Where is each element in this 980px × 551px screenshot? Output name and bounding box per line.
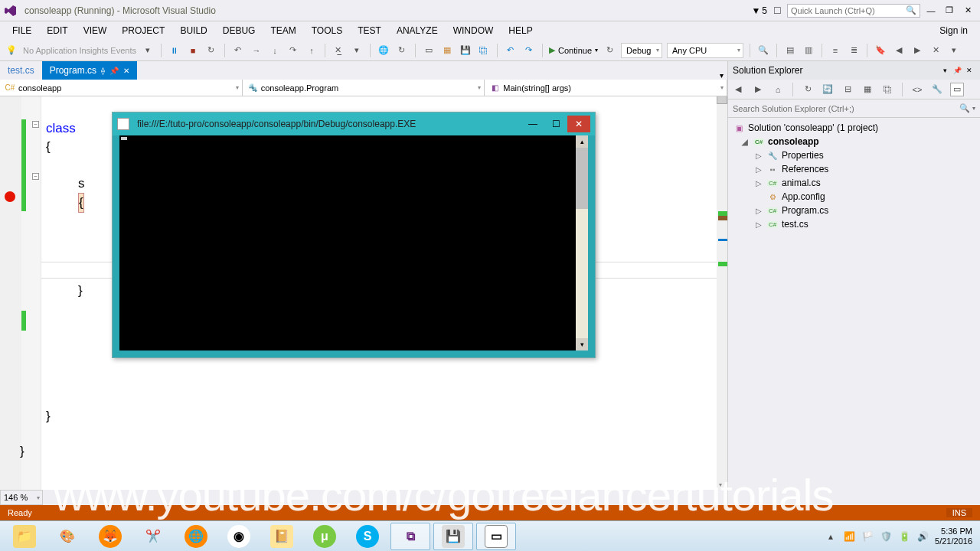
expand-icon[interactable]: ▷ bbox=[756, 165, 763, 174]
tray-flag-icon[interactable]: 🏳️ bbox=[861, 530, 874, 543]
task-notes[interactable]: 📔 bbox=[262, 523, 302, 550]
tray-up-icon[interactable]: ▴ bbox=[825, 530, 837, 543]
se-back-icon[interactable]: ◀ bbox=[731, 83, 745, 96]
redo-icon[interactable]: ↷ bbox=[522, 44, 536, 57]
prev-bookmark-icon[interactable]: ◀ bbox=[892, 44, 906, 57]
menu-build[interactable]: BUILD bbox=[172, 25, 214, 36]
step-into-icon[interactable]: ↓ bbox=[268, 44, 282, 57]
outdent-icon[interactable]: ≡ bbox=[828, 44, 842, 57]
step-icon[interactable]: → bbox=[250, 44, 263, 57]
continue-button[interactable]: ▶ Continue ▾ bbox=[549, 45, 598, 55]
se-fwd-icon[interactable]: ▶ bbox=[751, 83, 765, 96]
splitter-icon[interactable] bbox=[717, 96, 727, 104]
console-minimize-button[interactable]: — bbox=[521, 116, 544, 132]
platform-dropdown[interactable]: Any CPU bbox=[667, 43, 743, 58]
stop-button[interactable]: ■ bbox=[186, 44, 200, 57]
fold-icon[interactable]: − bbox=[32, 173, 39, 180]
dd-icon[interactable]: ▾ bbox=[350, 44, 364, 57]
tree-project[interactable]: ◢C#consoleapp bbox=[728, 135, 980, 148]
se-showall-icon[interactable]: ▦ bbox=[861, 83, 874, 96]
scroll-up-icon[interactable]: ▴ bbox=[576, 135, 588, 148]
console-close-button[interactable]: ✕ bbox=[567, 116, 590, 132]
pin-icon[interactable]: ⟠ bbox=[101, 67, 105, 75]
nav-class[interactable]: 🔩consoleapp.Program bbox=[243, 80, 485, 96]
task-chrome[interactable]: ◉ bbox=[219, 523, 259, 550]
expand-icon[interactable]: ▷ bbox=[756, 220, 763, 229]
task-paint[interactable]: 🎨 bbox=[47, 523, 87, 550]
tray-signal-icon[interactable]: 📶 bbox=[843, 530, 855, 543]
notif-flag[interactable]: ▼ 5 bbox=[751, 5, 767, 16]
tray-shield-icon[interactable]: 🛡️ bbox=[880, 530, 892, 543]
file-tab-test[interactable]: test.cs bbox=[0, 61, 42, 80]
menu-tools[interactable]: TOOLS bbox=[304, 25, 350, 36]
menu-window[interactable]: WINDOW bbox=[446, 25, 501, 36]
find-icon[interactable]: 🔍 bbox=[756, 44, 770, 57]
lightbulb-icon[interactable]: 💡 bbox=[5, 44, 18, 57]
se-copy-icon[interactable]: ⿻ bbox=[880, 83, 894, 96]
tray-battery-icon[interactable]: 🔋 bbox=[898, 530, 910, 543]
file-tab-program[interactable]: Program.cs ⟠ 📌 ✕ bbox=[42, 61, 137, 80]
se-refresh-icon[interactable]: 🔄 bbox=[821, 83, 835, 96]
expand-icon[interactable]: ▷ bbox=[756, 179, 763, 187]
tray-clock[interactable]: 5:36 PM 5/21/2016 bbox=[935, 527, 972, 546]
zoom-dropdown[interactable]: 146 % bbox=[0, 490, 43, 505]
scroll-thumb[interactable] bbox=[576, 148, 588, 209]
menu-test[interactable]: TEST bbox=[350, 25, 389, 36]
editor-scrollbar[interactable] bbox=[717, 96, 727, 490]
continue-alt-icon[interactable]: ↻ bbox=[603, 44, 616, 57]
menu-view[interactable]: VIEW bbox=[76, 25, 115, 36]
restart-button[interactable]: ↻ bbox=[204, 44, 218, 57]
taskbar[interactable]: 📁 🎨 🦊 ✂️ 🌐 ◉ 📔 μ S ⧉ 💾 ▭ ▴ 📶 🏳️ 🛡️ 🔋 🔊 5… bbox=[0, 520, 980, 551]
dropdown-icon[interactable]: ▾ bbox=[141, 44, 155, 57]
open-icon[interactable]: ▦ bbox=[440, 44, 454, 57]
feedback-icon[interactable]: ☐ bbox=[770, 4, 784, 18]
tree-item-file[interactable]: ▷C#Program.cs bbox=[728, 204, 980, 217]
task-app2[interactable]: 💾 bbox=[433, 523, 473, 550]
scroll-down-icon[interactable]: ▾ bbox=[576, 338, 588, 350]
menu-help[interactable]: HELP bbox=[501, 25, 540, 36]
se-collapse-icon[interactable]: ⊟ bbox=[841, 83, 854, 96]
se-code-icon[interactable]: <> bbox=[910, 83, 924, 96]
tree-item-file[interactable]: ▷C#animal.cs bbox=[728, 176, 980, 190]
tab-close-icon[interactable]: ✕ bbox=[123, 67, 129, 75]
next-bookmark-icon[interactable]: ▶ bbox=[910, 44, 924, 57]
se-close-icon[interactable]: ✕ bbox=[963, 64, 975, 77]
se-properties-icon[interactable]: 🔧 bbox=[930, 83, 944, 96]
sign-in-link[interactable]: Sign in bbox=[932, 25, 975, 36]
menu-edit[interactable]: EDIT bbox=[39, 25, 75, 36]
task-firefox[interactable]: 🦊 bbox=[90, 523, 130, 550]
nav-namespace[interactable]: C#consoleapp bbox=[0, 80, 243, 96]
expand-icon[interactable]: ▷ bbox=[756, 207, 763, 215]
tabs-dropdown-icon[interactable]: ▾ bbox=[715, 71, 727, 80]
se-dropdown-icon[interactable]: ▾ bbox=[939, 64, 951, 77]
task-utorrent[interactable]: μ bbox=[305, 523, 345, 550]
task-skype[interactable]: S bbox=[348, 523, 387, 550]
config-dropdown[interactable]: Debug bbox=[621, 43, 662, 58]
se-sync-icon[interactable]: ↻ bbox=[801, 83, 815, 96]
clear-bookmark-icon[interactable]: ✕ bbox=[929, 44, 942, 57]
fold-icon[interactable]: − bbox=[32, 121, 39, 128]
console-window[interactable]: file:///E:/tuto-pro/consoleapp/consoleap… bbox=[112, 112, 596, 358]
menu-file[interactable]: FILE bbox=[5, 25, 39, 36]
solution-tree[interactable]: ▣Solution 'consoleapp' (1 project) ◢C#co… bbox=[728, 118, 980, 505]
step-out-icon[interactable]: ↑ bbox=[305, 44, 318, 57]
indent-icon[interactable]: ≣ bbox=[847, 44, 861, 57]
quick-launch-input[interactable]: Quick Launch (Ctrl+Q) 🔍 bbox=[787, 4, 920, 18]
save-all-icon[interactable]: ⿻ bbox=[477, 44, 491, 57]
close-button[interactable]: ✕ bbox=[960, 4, 975, 18]
refresh-icon[interactable]: ↻ bbox=[395, 44, 409, 57]
task-explorer[interactable]: 📁 bbox=[5, 523, 44, 550]
browser-link-icon[interactable]: 🌐 bbox=[377, 44, 390, 57]
tree-item-file[interactable]: ▷C#test.cs bbox=[728, 217, 980, 231]
uncomment-icon[interactable]: ▥ bbox=[802, 44, 815, 57]
menu-team[interactable]: TEAM bbox=[263, 25, 303, 36]
undo-icon[interactable]: ↶ bbox=[504, 44, 518, 57]
nav-method[interactable]: ◧Main(string[] args) bbox=[485, 80, 727, 96]
menu-debug[interactable]: DEBUG bbox=[215, 25, 263, 36]
tree-item-file[interactable]: ⚙App.config bbox=[728, 190, 980, 204]
new-file-icon[interactable]: ▭ bbox=[422, 44, 436, 57]
restore-button[interactable]: ❐ bbox=[942, 4, 957, 18]
task-snip[interactable]: ✂️ bbox=[133, 523, 173, 550]
nav-back-icon[interactable]: ↶ bbox=[231, 44, 245, 57]
pause-button[interactable]: ⏸ bbox=[168, 44, 181, 57]
